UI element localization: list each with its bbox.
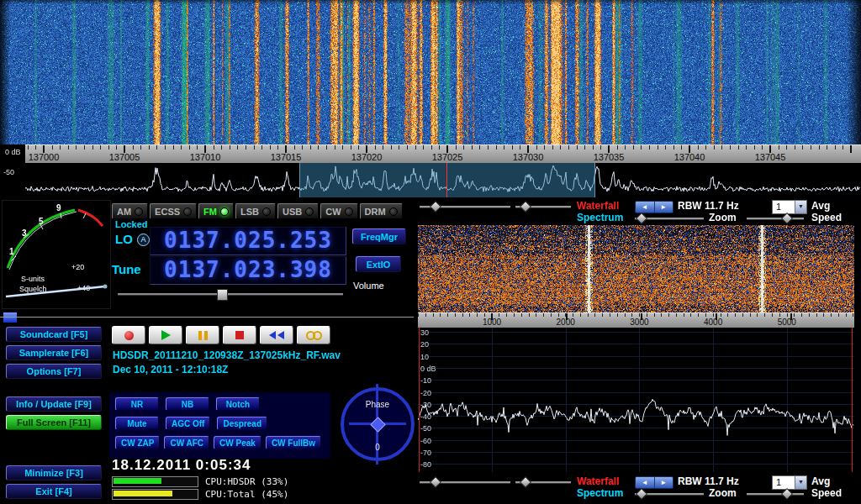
slider-thumb[interactable] bbox=[430, 201, 441, 213]
play-button[interactable] bbox=[149, 326, 182, 344]
main-spectrum-display[interactable] bbox=[0, 163, 861, 197]
waterfall-contrast-slider[interactable] bbox=[515, 202, 571, 211]
rbw-value-label: RBW 11.7 Hz bbox=[678, 475, 739, 487]
slider-thumb[interactable] bbox=[781, 213, 793, 224]
tune-frequency-display[interactable]: 0137.023.398 bbox=[150, 256, 346, 285]
mode-button-usb[interactable]: USB bbox=[277, 203, 319, 219]
minimize-button[interactable]: Minimize [F3] bbox=[6, 465, 102, 480]
avg-select[interactable]: 1 ▼ bbox=[772, 475, 807, 490]
waterfall-brightness-slider[interactable] bbox=[420, 477, 510, 486]
s-meter-face: 1 3 5 9 +20 +40 S-units Squelch bbox=[3, 201, 110, 308]
main-frequency-ruler[interactable]: 1370001370051370101370151370201370251370… bbox=[0, 144, 861, 163]
audio-freq-ruler-label: 2000 bbox=[557, 318, 575, 327]
zoom-passband-highlight[interactable] bbox=[299, 163, 595, 197]
loop-button[interactable] bbox=[297, 326, 330, 344]
rbw-increase-button[interactable]: ► bbox=[655, 477, 673, 488]
rbw-decrease-button[interactable]: ◄ bbox=[636, 202, 655, 213]
slider-thumb[interactable] bbox=[636, 213, 647, 224]
spectrum-tab-label[interactable]: Spectrum bbox=[577, 487, 623, 499]
zoom-slider[interactable] bbox=[635, 213, 704, 223]
speed-slider[interactable] bbox=[747, 213, 804, 223]
s-meter-tick-9: 9 bbox=[56, 203, 61, 213]
cw-peak-button[interactable]: CW Peak bbox=[214, 436, 261, 449]
record-button[interactable] bbox=[112, 326, 145, 344]
lock-a-badge[interactable]: A bbox=[137, 234, 150, 246]
db-scale-label: -40 bbox=[420, 412, 431, 421]
freqmgr-button[interactable]: FreqMgr bbox=[352, 228, 406, 244]
stop-button[interactable] bbox=[223, 326, 256, 344]
rbw-increase-button[interactable]: ► bbox=[655, 202, 673, 213]
s-units-label: S-units bbox=[21, 275, 45, 283]
rbw-decrease-button[interactable]: ◄ bbox=[636, 477, 655, 488]
recording-filename: HDSDR_20111210_120938Z_137025kHz_RF.wav bbox=[113, 349, 341, 361]
full-screen-button[interactable]: Full Screen [F11] bbox=[6, 415, 102, 430]
mode-button-cw[interactable]: CW bbox=[320, 203, 357, 219]
volume-slider-thumb[interactable] bbox=[217, 289, 228, 301]
options-button[interactable]: Options [F7] bbox=[6, 364, 102, 379]
mode-button-lsb[interactable]: LSB bbox=[235, 203, 276, 219]
audio-spectrum-display[interactable]: 3020100 dB-10-20-30-40-50-60-70-80 bbox=[418, 328, 854, 472]
panel-divider bbox=[0, 317, 414, 318]
main-waterfall-display[interactable] bbox=[0, 0, 861, 144]
slider-thumb[interactable] bbox=[636, 488, 647, 500]
lo-label: LO bbox=[115, 232, 133, 246]
freq-ruler-label: 137020 bbox=[351, 152, 383, 162]
soundcard-button[interactable]: Soundcard [F5] bbox=[6, 327, 102, 342]
phase-indicator: Phase 0 bbox=[341, 387, 415, 461]
info-update-button[interactable]: Info / Update [F9] bbox=[6, 396, 102, 412]
notch-button[interactable]: Notch bbox=[216, 397, 260, 411]
slider-thumb[interactable] bbox=[520, 201, 531, 213]
mode-button-am[interactable]: AM bbox=[112, 203, 148, 219]
s-meter-plus20-label: +20 bbox=[71, 263, 84, 271]
slider-thumb[interactable] bbox=[430, 476, 441, 488]
tune-frequency-marker bbox=[446, 163, 447, 197]
cw-afc-button[interactable]: CW AFC bbox=[164, 436, 209, 449]
despread-button[interactable]: Despread bbox=[217, 417, 267, 430]
cw-zap-button[interactable]: CW ZAP bbox=[115, 436, 160, 449]
cpu-hdsdr-label: CPU:HDSDR (33%) bbox=[205, 476, 288, 487]
hdsdr-main-window: 1370001370051370101370151370201370251370… bbox=[0, 0, 861, 504]
waterfall-brightness-slider[interactable] bbox=[420, 202, 510, 211]
volume-label: Volume bbox=[353, 281, 384, 291]
rewind-button[interactable] bbox=[260, 326, 293, 344]
mute-button[interactable]: Mute bbox=[115, 417, 159, 430]
dropdown-arrow-icon[interactable]: ▼ bbox=[795, 201, 806, 213]
volume-slider[interactable] bbox=[118, 288, 343, 299]
waterfall-tab-label[interactable]: Waterfall bbox=[577, 475, 619, 487]
agc-button[interactable]: AGC Off bbox=[166, 417, 210, 430]
play-icon bbox=[161, 330, 171, 340]
mode-button-fm[interactable]: FM bbox=[198, 203, 234, 219]
slider-thumb[interactable] bbox=[781, 488, 793, 500]
slider-thumb[interactable] bbox=[520, 476, 531, 488]
samplerate-button[interactable]: Samplerate [F6] bbox=[6, 345, 102, 360]
mode-button-drm[interactable]: DRM bbox=[360, 203, 403, 219]
dropdown-arrow-icon[interactable]: ▼ bbox=[795, 476, 806, 489]
db-scale-label: -30 bbox=[420, 401, 431, 409]
freq-ruler-label: 137015 bbox=[271, 152, 302, 162]
waterfall-contrast-slider[interactable] bbox=[515, 477, 571, 486]
nb-button[interactable]: NB bbox=[166, 397, 209, 411]
avg-select[interactable]: 1 ▼ bbox=[772, 200, 807, 214]
pause-button[interactable] bbox=[186, 326, 219, 344]
db-label-minus50: -50 bbox=[3, 168, 14, 176]
spectrum-tab-label[interactable]: Spectrum bbox=[577, 212, 623, 223]
cw-fullbw-button[interactable]: CW FullBw bbox=[266, 436, 321, 449]
tune-label: Tune bbox=[112, 262, 141, 276]
s-meter: 1 3 5 9 +20 +40 S-units Squelch bbox=[2, 200, 111, 309]
cpu-bar-track bbox=[112, 489, 198, 500]
zoom-slider[interactable] bbox=[635, 489, 704, 498]
audio-waterfall-display[interactable] bbox=[418, 225, 854, 312]
speed-slider[interactable] bbox=[747, 489, 804, 498]
nr-button[interactable]: NR bbox=[115, 397, 159, 411]
phase-marker-icon bbox=[370, 417, 385, 432]
exit-button[interactable]: Exit [F4] bbox=[6, 484, 102, 499]
lo-frequency-display[interactable]: 0137.025.253 bbox=[150, 227, 346, 255]
audio-frequency-ruler[interactable]: 10002000300040005000 bbox=[418, 312, 854, 328]
extio-button[interactable]: ExtIO bbox=[356, 256, 401, 272]
cpu-bar-track bbox=[112, 476, 198, 487]
dsp-panel: NR NB Notch Mute AGC Off Despread CW ZAP… bbox=[109, 392, 330, 459]
waterfall-tab-label[interactable]: Waterfall bbox=[577, 200, 619, 212]
mode-button-ecss[interactable]: ECSS bbox=[150, 203, 197, 219]
squelch-indicator-chip[interactable] bbox=[3, 312, 18, 323]
locked-status-label: Locked bbox=[115, 219, 148, 229]
